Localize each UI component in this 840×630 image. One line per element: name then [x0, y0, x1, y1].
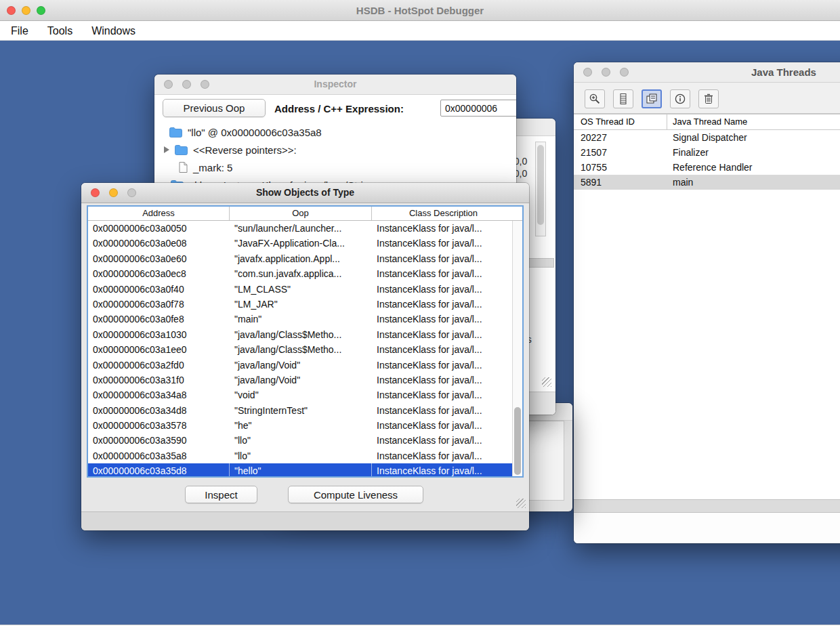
- minimize-icon[interactable]: [109, 188, 118, 197]
- tree-row-oop[interactable]: "llo" @ 0x00000006c03a35a8: [154, 123, 516, 141]
- table-row[interactable]: 0x00000006c03a3590 "llo" InstanceKlass f…: [88, 433, 515, 448]
- cell-address: 0x00000006c03a2fd0: [88, 358, 229, 373]
- address-expression-input[interactable]: [440, 100, 516, 117]
- column-header-class-description[interactable]: Class Description: [371, 207, 515, 220]
- compute-liveness-button[interactable]: Compute Liveness: [288, 486, 423, 503]
- cell-os-thread-id: 20227: [574, 130, 667, 145]
- menu-item-tools[interactable]: Tools: [38, 21, 82, 41]
- traffic-lights: [164, 80, 209, 89]
- cell-oop: "void": [229, 387, 371, 402]
- close-icon[interactable]: [7, 6, 16, 15]
- java-stack-trace-button[interactable]: [642, 89, 662, 108]
- close-icon[interactable]: [164, 80, 173, 89]
- table-row[interactable]: 0x00000006c03a3578 "he" InstanceKlass fo…: [88, 418, 515, 433]
- column-header-oop[interactable]: Oop: [229, 207, 371, 220]
- stack-memory-button[interactable]: [613, 89, 633, 108]
- java-threads-titlebar[interactable]: Java Threads: [574, 62, 840, 83]
- table-row[interactable]: 0x00000006c03a0fe8 "main" InstanceKlass …: [88, 312, 515, 327]
- cell-class-description: InstanceKlass for java/l...: [371, 297, 515, 312]
- resize-grip-icon: [542, 377, 551, 387]
- resize-grip-icon[interactable]: [516, 499, 526, 508]
- trash-button[interactable]: [698, 89, 719, 108]
- objects-table-header: Address Oop Class Description: [88, 207, 522, 221]
- close-icon[interactable]: [91, 188, 100, 197]
- cell-java-thread-name: main: [667, 175, 693, 190]
- cell-class-description: InstanceKlass for java/l...: [371, 327, 515, 342]
- column-header-os-thread-id[interactable]: OS Thread ID: [574, 114, 667, 129]
- table-row[interactable]: 0x00000006c03a1ee0 "java/lang/Class$Meth…: [88, 342, 515, 357]
- objects-table: Address Oop Class Description 0x00000006…: [87, 205, 524, 478]
- scrollbar-thumb[interactable]: [537, 145, 544, 225]
- cell-oop: "hello": [229, 463, 371, 476]
- table-row[interactable]: 0x00000006c03a0e60 "javafx.application.A…: [88, 251, 515, 266]
- table-row[interactable]: 20227 Signal Dispatcher: [574, 130, 840, 145]
- minimize-icon[interactable]: [22, 6, 30, 15]
- scrollbar-thumb[interactable]: [514, 407, 521, 475]
- tree-row-mark[interactable]: _mark: 5: [154, 159, 516, 176]
- zoom-icon[interactable]: [37, 6, 45, 15]
- cell-oop: "LM_JAR": [229, 297, 371, 312]
- zoom-icon[interactable]: [201, 80, 209, 89]
- cell-address: 0x00000006c03a34d8: [88, 403, 229, 418]
- cell-class-description: InstanceKlass for java/l...: [371, 358, 515, 373]
- column-header-address[interactable]: Address: [88, 207, 229, 220]
- vertical-scrollbar[interactable]: [512, 221, 522, 476]
- table-row[interactable]: 0x00000006c03a0e08 "JavaFX-Application-C…: [88, 236, 515, 251]
- cell-address: 0x00000006c03a3590: [88, 433, 229, 448]
- cell-class-description: InstanceKlass for java/l...: [371, 433, 515, 448]
- cell-class-description: InstanceKlass for java/l...: [371, 312, 515, 327]
- table-row[interactable]: 0x00000006c03a35a8 "llo" InstanceKlass f…: [88, 448, 515, 463]
- table-row[interactable]: 0x00000006c03a2fd0 "java/lang/Void" Inst…: [88, 358, 515, 373]
- menu-item-windows[interactable]: Windows: [82, 21, 145, 41]
- table-row[interactable]: 0x00000006c03a1030 "java/lang/Class$Meth…: [88, 327, 515, 342]
- table-row[interactable]: 0x00000006c03a31f0 "java/lang/Void" Inst…: [88, 373, 515, 387]
- cell-oop: "java/lang/Class$Metho...: [229, 342, 371, 357]
- table-row[interactable]: 5891 main: [574, 175, 840, 190]
- thread-info-button[interactable]: [670, 89, 690, 108]
- objects-table-body: 0x00000006c03a0050 "sun/launcher/Launche…: [88, 221, 515, 476]
- zoom-icon[interactable]: [620, 68, 629, 77]
- zoom-icon[interactable]: [127, 188, 136, 197]
- table-row[interactable]: 0x00000006c03a34a8 "void" InstanceKlass …: [88, 387, 515, 402]
- inspect-button[interactable]: Inspect: [185, 486, 257, 503]
- table-row[interactable]: 10755 Reference Handler: [574, 160, 840, 175]
- cell-address: 0x00000006c03a0050: [88, 221, 229, 236]
- cell-address: 0x00000006c03a35a8: [88, 448, 229, 463]
- table-row[interactable]: 0x00000006c03a35d8 "hello" InstanceKlass…: [88, 463, 515, 476]
- threads-table-header: OS Thread ID Java Thread Name: [574, 114, 840, 130]
- cell-address: 0x00000006c03a3578: [88, 418, 229, 433]
- cell-os-thread-id: 10755: [574, 160, 667, 175]
- cell-oop: "java/lang/Class$Metho...: [229, 327, 371, 342]
- cell-class-description: InstanceKlass for java/l...: [371, 221, 515, 236]
- close-icon[interactable]: [583, 68, 592, 77]
- show-objects-footer: [81, 511, 529, 530]
- app-window-title: HSDB - HotSpot Debugger: [0, 0, 840, 21]
- minimize-icon[interactable]: [602, 68, 610, 77]
- menu-item-file[interactable]: File: [1, 21, 38, 41]
- table-row[interactable]: 21507 Finalizer: [574, 145, 840, 160]
- scrollbar[interactable]: [535, 142, 546, 236]
- cell-oop: "JavaFX-Application-Cla...: [229, 236, 371, 251]
- button-row: Inspect Compute Liveness: [81, 486, 529, 504]
- inspect-thread-button[interactable]: [585, 89, 605, 108]
- table-row[interactable]: 0x00000006c03a0f78 "LM_JAR" InstanceKlas…: [88, 297, 515, 312]
- thread-info-icon: [674, 93, 686, 105]
- split-pane-divider[interactable]: [574, 499, 840, 513]
- cell-oop: "main": [229, 312, 371, 327]
- file-icon: [179, 162, 188, 173]
- tree-row-reverse-pointers[interactable]: <<Reverse pointers>>:: [154, 141, 516, 159]
- disclosure-triangle-icon[interactable]: [164, 146, 169, 153]
- column-header-java-thread-name[interactable]: Java Thread Name: [667, 114, 747, 129]
- show-objects-window: Show Objects of Type Address Oop Class D…: [81, 183, 529, 530]
- inspector-titlebar[interactable]: Inspector: [154, 75, 516, 95]
- table-row[interactable]: 0x00000006c03a34d8 "StringInternTest" In…: [88, 403, 515, 418]
- table-row[interactable]: 0x00000006c03a0050 "sun/launcher/Launche…: [88, 221, 515, 236]
- show-objects-titlebar[interactable]: Show Objects of Type: [81, 183, 529, 203]
- table-row[interactable]: 0x00000006c03a0ec8 "com.sun.javafx.appli…: [88, 266, 515, 281]
- cell-class-description: InstanceKlass for java/l...: [371, 373, 515, 387]
- cell-address: 0x00000006c03a0e60: [88, 251, 229, 266]
- previous-oop-button[interactable]: Previous Oop: [163, 99, 266, 117]
- table-row[interactable]: 0x00000006c03a0f40 "LM_CLASS" InstanceKl…: [88, 282, 515, 297]
- minimize-icon[interactable]: [182, 80, 191, 89]
- cell-address: 0x00000006c03a0f78: [88, 297, 229, 312]
